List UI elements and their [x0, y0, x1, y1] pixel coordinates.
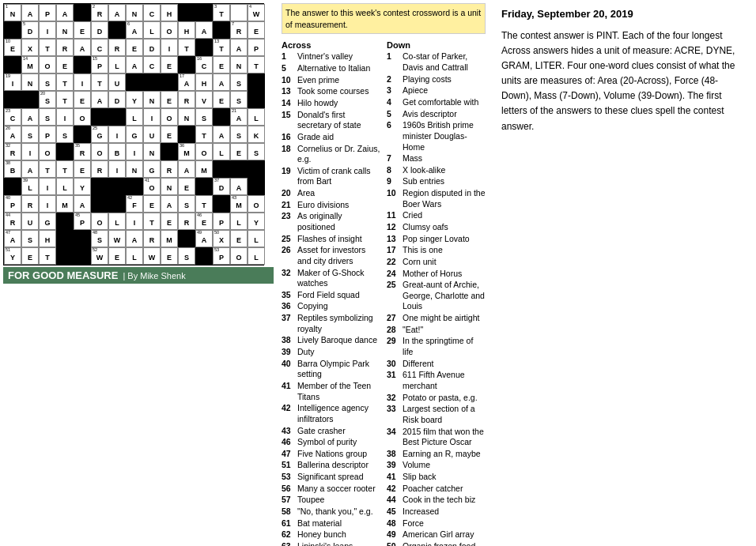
crossword-cell: 19I	[4, 73, 21, 91]
clue-item: 17This is one	[387, 245, 486, 256]
crossword-cell: S	[21, 230, 39, 247]
crossword-cell: D	[91, 21, 108, 39]
crossword-cell	[213, 195, 230, 213]
clue-item: 45Increased	[387, 506, 486, 518]
byline-text: | By Mike Shenk	[123, 271, 185, 281]
clue-item: 38Earning an R, maybe	[387, 449, 486, 460]
crossword-cell: A	[213, 126, 230, 143]
crossword-cell: T	[56, 73, 74, 91]
crossword-cell: I	[39, 178, 56, 195]
crossword-cell	[248, 73, 265, 91]
crossword-cell: T	[39, 160, 56, 178]
clue-item: 30Different	[387, 359, 486, 370]
crossword-cell: 39L	[21, 178, 39, 195]
crossword-cell: P	[39, 126, 56, 143]
clue-item: 33Largest section of a Risk board	[387, 404, 486, 425]
crossword-cell: S	[178, 195, 195, 213]
clue-item: 10Region disputed in the Boer Wars	[387, 188, 486, 209]
crossword-cell: R	[21, 195, 39, 213]
crossword-cell	[126, 73, 143, 91]
crossword-cell: 35R	[74, 143, 91, 160]
crossword-cell: 42F	[126, 195, 143, 213]
crossword-cell: E	[126, 39, 143, 56]
crossword-cell: I	[143, 108, 161, 126]
crossword-cell	[4, 56, 21, 73]
clue-item: 38Lively Baroque dance	[282, 335, 380, 346]
down-clues-col: Down 1Co-star of Parker, Davis and Cattr…	[387, 37, 486, 546]
crossword-cell	[195, 247, 213, 265]
clue-item: 61Bat material	[282, 518, 380, 529]
crossword-cell: E	[74, 21, 91, 39]
crossword-cell: E	[178, 178, 195, 195]
crossword-cell: S	[230, 91, 248, 108]
crossword-cell	[91, 178, 108, 195]
crossword-cell: L	[143, 21, 161, 39]
crossword-cell: O	[161, 108, 178, 126]
clue-item: 24Mother of Horus	[387, 269, 486, 280]
crossword-cell: E	[213, 56, 230, 73]
crossword-cell: S	[230, 126, 248, 143]
crossword-cell: T	[195, 126, 213, 143]
crossword-cell: O	[230, 247, 248, 265]
crossword-cell: A	[230, 39, 248, 56]
clue-item: 13Took some courses	[282, 86, 380, 97]
crossword-cell: S	[178, 247, 195, 265]
crossword-cell: P	[213, 213, 230, 230]
crossword-cell: L	[126, 108, 143, 126]
clue-item: 26Asset for investors and city drivers	[282, 245, 380, 266]
crossword-cell	[56, 143, 74, 160]
title-text: FOR GOOD MEASURE	[8, 269, 118, 281]
clue-item: 32Potato or pasta, e.g.	[387, 393, 486, 404]
crossword-cell: N	[178, 108, 195, 126]
crossword-cell	[56, 230, 74, 247]
crossword-cell: D	[108, 91, 126, 108]
crossword-cell: W	[108, 230, 126, 247]
crossword-cell: T	[56, 160, 74, 178]
clue-item: 39Volume	[387, 460, 486, 471]
crossword-cell: A	[178, 160, 195, 178]
crossword-cell: M	[161, 230, 178, 247]
crossword-cell	[108, 108, 126, 126]
crossword-cell: L	[230, 213, 248, 230]
crossword-cell: A	[74, 39, 91, 56]
clue-item: 5Alternative to Italian	[282, 63, 380, 74]
crossword-cell: 25G	[91, 126, 108, 143]
crossword-cell: I	[74, 73, 91, 91]
crossword-cell	[248, 160, 265, 178]
clue-item: 21Euro divisions	[282, 200, 380, 211]
crossword-cell	[178, 56, 195, 73]
crossword-cell: 7R	[230, 21, 248, 39]
crossword-cell: R	[178, 91, 195, 108]
crossword-cell: 10E	[4, 39, 21, 56]
crossword-cell: S	[21, 126, 39, 143]
clue-item: 19Victim of crank calls from Bart	[282, 166, 380, 187]
crossword-cell: B	[108, 143, 126, 160]
across-header: Across	[282, 40, 380, 50]
clue-item: 50Organic frozen food brand	[387, 541, 486, 546]
crossword-cell: E	[74, 160, 91, 178]
crossword-cell: L	[213, 143, 230, 160]
crossword-cell: H	[161, 4, 178, 21]
crossword-cell: T	[56, 91, 74, 108]
crossword-cell	[21, 91, 39, 108]
crossword-cell: E	[161, 213, 178, 230]
crossword-cell: O	[161, 21, 178, 39]
crossword-cell	[213, 160, 230, 178]
crossword-cell: N	[161, 178, 178, 195]
crossword-cell: 53P	[213, 247, 230, 265]
clue-item: 14Hilo howdy	[282, 98, 380, 109]
crossword-cell	[74, 126, 91, 143]
clue-item: 56Many a soccer rooter	[282, 484, 380, 495]
clue-item: 2Playing costs	[387, 74, 486, 85]
crossword-cell: O	[91, 143, 108, 160]
crossword-cell: 48S	[91, 230, 108, 247]
crossword-cell: N	[230, 56, 248, 73]
crossword-cell: L	[248, 230, 265, 247]
clue-item: 61960s British prime minister Douglas-Ho…	[387, 120, 486, 153]
crossword-cell: R	[108, 39, 126, 56]
clue-item: 13Pop singer Lovato	[387, 234, 486, 245]
clue-item: 35Ford Field squad	[282, 290, 380, 301]
clue-item: 63Lipinski's leaps	[282, 541, 380, 546]
crossword-cell: L	[108, 213, 126, 230]
crossword-cell: S	[230, 73, 248, 91]
